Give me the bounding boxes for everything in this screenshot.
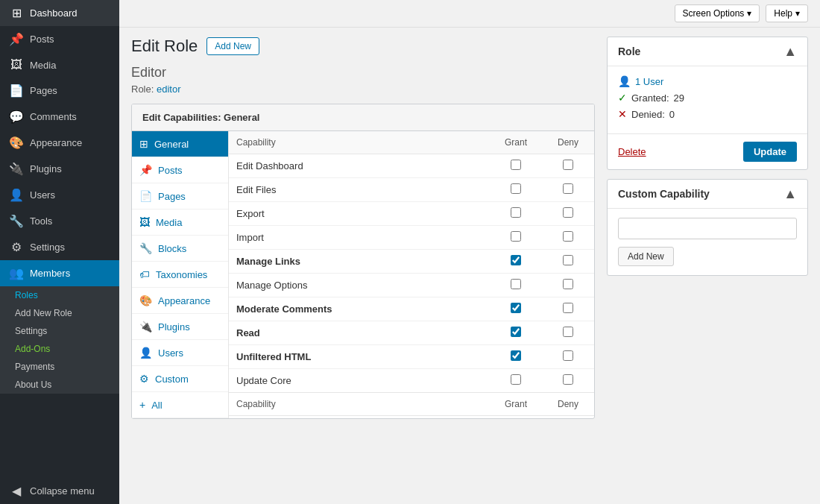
- cat-tab-appearance[interactable]: 🎨Appearance: [132, 288, 228, 314]
- deny-checkbox-6[interactable]: [563, 303, 573, 313]
- sidebar-submenu-settings[interactable]: Settings: [0, 322, 119, 340]
- sidebar-item-pages[interactable]: 📄Pages: [0, 78, 119, 104]
- cat-tab-users[interactable]: 👤Users: [132, 340, 228, 366]
- cap-deny-3[interactable]: [542, 226, 594, 250]
- grant-checkbox-4[interactable]: [511, 255, 521, 265]
- add-new-button[interactable]: Add New: [206, 37, 259, 55]
- cat-tab-pages[interactable]: 📄Pages: [132, 183, 228, 210]
- members-icon: 👥: [9, 266, 24, 280]
- cap-grant-0[interactable]: [490, 154, 542, 178]
- cap-name-3: Import: [229, 226, 490, 250]
- grant-checkbox-2[interactable]: [511, 207, 521, 218]
- deny-checkbox-1[interactable]: [563, 183, 573, 194]
- role-slug-link[interactable]: editor: [157, 84, 181, 95]
- deny-checkbox-3[interactable]: [563, 231, 573, 242]
- deny-checkbox-5[interactable]: [563, 279, 573, 289]
- user-count-row: 👤 1 User: [618, 75, 797, 87]
- grant-checkbox-6[interactable]: [511, 303, 521, 313]
- deny-checkbox-4[interactable]: [563, 255, 573, 265]
- sidebar-item-dashboard[interactable]: ⊞Dashboard: [0, 0, 119, 26]
- sidebar-item-comments[interactable]: 💬Comments: [0, 104, 119, 130]
- cap-deny-4[interactable]: [542, 250, 594, 274]
- main-panel: Edit Role Add New Editor Role: editor Ed…: [131, 37, 595, 495]
- cap-grant-4[interactable]: [490, 250, 542, 274]
- cap-grant-1[interactable]: [490, 178, 542, 202]
- cat-tab-all[interactable]: +All: [132, 392, 228, 418]
- cap-deny-7[interactable]: [542, 321, 594, 345]
- cap-grant-2[interactable]: [490, 202, 542, 226]
- cat-tab-blocks[interactable]: 🔧Blocks: [132, 236, 228, 262]
- grant-checkbox-3[interactable]: [511, 231, 521, 242]
- dashboard-icon: ⊞: [9, 6, 24, 20]
- deny-checkbox-8[interactable]: [563, 350, 573, 361]
- cap-grant-5[interactable]: [490, 274, 542, 297]
- deny-checkbox-7[interactable]: [563, 327, 573, 337]
- custom-cap-collapse[interactable]: ▲: [783, 187, 797, 201]
- custom-cap-input[interactable]: [618, 218, 797, 239]
- custom-cap-title: Custom Capability: [618, 188, 710, 200]
- cap-grant-7[interactable]: [490, 321, 542, 345]
- cap-deny-5[interactable]: [542, 274, 594, 297]
- sidebar-label-dashboard: Dashboard: [30, 7, 78, 19]
- cat-tab-label-posts: Posts: [158, 165, 183, 176]
- cap-deny-8[interactable]: [542, 345, 594, 369]
- cap-name-7: Read: [229, 321, 490, 345]
- update-button[interactable]: Update: [743, 142, 797, 162]
- deny-checkbox-2[interactable]: [563, 207, 573, 218]
- help-button[interactable]: Help ▾: [766, 4, 808, 22]
- cap-grant-8[interactable]: [490, 345, 542, 369]
- table-row: Manage Options: [229, 274, 594, 297]
- general-tab-icon: ⊞: [139, 138, 148, 150]
- cat-tab-general[interactable]: ⊞General: [132, 131, 228, 157]
- sidebar-item-members[interactable]: 👥Members: [0, 260, 119, 286]
- sidebar-label-users: Users: [30, 189, 55, 201]
- sidebar-item-plugins[interactable]: 🔌Plugins: [0, 156, 119, 182]
- add-new-cap-button[interactable]: Add New: [618, 247, 674, 266]
- cap-deny-9[interactable]: [542, 369, 594, 393]
- grant-checkbox-1[interactable]: [511, 183, 521, 194]
- sidebar-submenu-payments[interactable]: Payments: [0, 358, 119, 376]
- cat-tab-taxonomies[interactable]: 🏷Taxonomies: [132, 262, 228, 288]
- grant-checkbox-9[interactable]: [511, 374, 521, 385]
- sidebar-submenu-add-new-role[interactable]: Add New Role: [0, 304, 119, 322]
- sidebar-label-pages: Pages: [30, 85, 57, 96]
- cap-grant-9[interactable]: [490, 369, 542, 393]
- sidebar-submenu-add-ons[interactable]: Add-Ons: [0, 340, 119, 358]
- cat-tab-media[interactable]: 🖼Media: [132, 210, 228, 236]
- appearance-icon: 🎨: [9, 136, 24, 150]
- user-count-link[interactable]: 1 User: [635, 76, 663, 87]
- cap-grant-3[interactable]: [490, 226, 542, 250]
- sidebar-item-tools[interactable]: 🔧Tools: [0, 208, 119, 234]
- deny-checkbox-9[interactable]: [563, 374, 573, 385]
- cap-deny-6[interactable]: [542, 297, 594, 321]
- sidebar-item-posts[interactable]: 📌Posts: [0, 26, 119, 52]
- grant-checkbox-0[interactable]: [511, 160, 521, 170]
- cat-tab-plugins[interactable]: 🔌Plugins: [132, 314, 228, 340]
- table-row: Unfiltered HTML: [229, 345, 594, 369]
- deny-checkbox-0[interactable]: [563, 160, 573, 170]
- role-widget-collapse[interactable]: ▲: [783, 45, 797, 58]
- plugins-icon: 🔌: [9, 162, 24, 176]
- submenu-label-about-us: About Us: [15, 379, 51, 390]
- sidebar-submenu-roles[interactable]: Roles: [0, 286, 119, 304]
- cap-deny-1[interactable]: [542, 178, 594, 202]
- cat-tab-label-custom: Custom: [155, 374, 189, 385]
- cap-deny-2[interactable]: [542, 202, 594, 226]
- help-label: Help: [774, 8, 792, 19]
- grant-checkbox-7[interactable]: [511, 327, 521, 337]
- sidebar-item-media[interactable]: 🖼Media: [0, 52, 119, 78]
- cat-tab-posts[interactable]: 📌Posts: [132, 157, 228, 183]
- collapse-menu[interactable]: ◀ Collapse menu: [0, 478, 119, 504]
- delete-link[interactable]: Delete: [618, 146, 646, 157]
- cat-tab-custom[interactable]: ⚙Custom: [132, 366, 228, 392]
- screen-options-button[interactable]: Screen Options ▾: [675, 4, 760, 22]
- grant-checkbox-5[interactable]: [511, 279, 521, 289]
- grant-checkbox-8[interactable]: [511, 350, 521, 361]
- cap-name-6: Moderate Comments: [229, 297, 490, 321]
- cap-deny-0[interactable]: [542, 154, 594, 178]
- sidebar-submenu-about-us[interactable]: About Us: [0, 376, 119, 394]
- sidebar-item-settings[interactable]: ⚙Settings: [0, 234, 119, 260]
- sidebar-item-users[interactable]: 👤Users: [0, 182, 119, 208]
- cap-grant-6[interactable]: [490, 297, 542, 321]
- sidebar-item-appearance[interactable]: 🎨Appearance: [0, 130, 119, 156]
